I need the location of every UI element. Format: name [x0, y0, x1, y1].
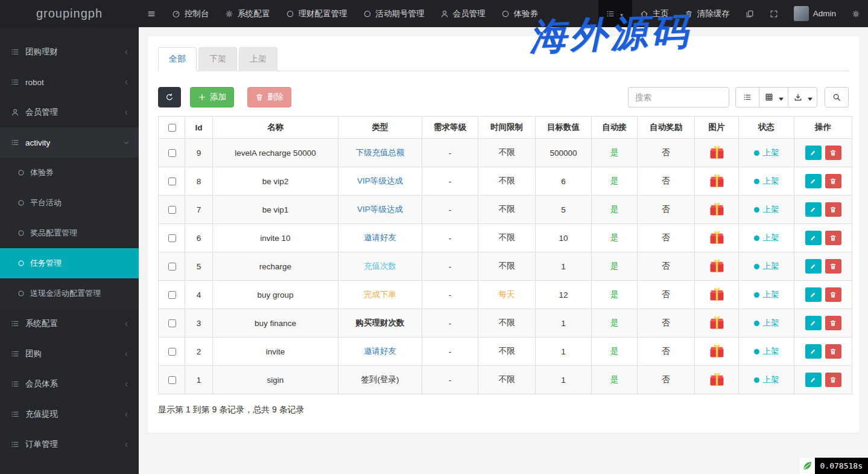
- sidebar-item-1[interactable]: robot: [0, 67, 139, 97]
- auto-accept-toggle[interactable]: 是: [610, 375, 619, 384]
- select-all-checkbox[interactable]: [168, 124, 176, 132]
- sidebar-subitem-3[interactable]: 任务管理: [0, 248, 139, 278]
- column-header[interactable]: 目标数值: [536, 117, 592, 139]
- auto-accept-toggle[interactable]: 是: [610, 318, 619, 327]
- row-checkbox[interactable]: [168, 149, 176, 157]
- row-checkbox[interactable]: [168, 234, 176, 242]
- auto-reward-toggle[interactable]: 否: [662, 290, 670, 299]
- delete-row-button[interactable]: [825, 316, 841, 330]
- tab-offline[interactable]: 下架: [198, 47, 237, 71]
- sidebar-subitem-4[interactable]: 送现金活动配置管理: [0, 278, 139, 309]
- sidebar-item-7[interactable]: 充值提现: [0, 399, 139, 429]
- auto-reward-toggle[interactable]: 否: [662, 347, 670, 356]
- row-checkbox[interactable]: [168, 291, 176, 299]
- auto-reward-toggle[interactable]: 否: [662, 375, 670, 384]
- delete-row-button[interactable]: [825, 344, 841, 359]
- nav-fullscreen-button[interactable]: [762, 0, 786, 27]
- auto-reward-toggle[interactable]: 否: [662, 148, 670, 157]
- topnav-item-3[interactable]: 活动期号管理: [355, 0, 432, 27]
- topnav-item-5[interactable]: 体验券: [493, 0, 546, 27]
- column-header[interactable]: 操作: [794, 117, 852, 139]
- type-link[interactable]: 下级充值总额: [356, 148, 405, 157]
- delete-row-button[interactable]: [825, 202, 841, 217]
- column-header[interactable]: 需求等级: [422, 117, 478, 139]
- delete-row-button[interactable]: [825, 259, 841, 274]
- nav-settings-button[interactable]: [844, 0, 868, 27]
- nav-user-menu[interactable]: Admin: [786, 0, 844, 27]
- type-link[interactable]: VIP等级达成: [357, 176, 403, 185]
- tab-all[interactable]: 全部: [158, 47, 197, 71]
- delete-button[interactable]: 删除: [247, 87, 291, 107]
- nav-menu-toggle[interactable]: [598, 0, 632, 27]
- auto-reward-toggle[interactable]: 否: [662, 176, 670, 185]
- columns-button[interactable]: [759, 87, 788, 107]
- edit-row-button[interactable]: [805, 373, 822, 387]
- type-link[interactable]: 购买理财次数: [356, 318, 405, 327]
- nav-copy-button[interactable]: [738, 0, 762, 27]
- sidebar-subitem-0[interactable]: 体验券: [0, 158, 139, 188]
- delete-row-button[interactable]: [825, 174, 841, 188]
- sidebar-toggle[interactable]: [139, 0, 164, 27]
- auto-reward-toggle[interactable]: 否: [662, 318, 670, 327]
- topnav-item-4[interactable]: 会员管理: [432, 0, 493, 27]
- auto-accept-toggle[interactable]: 是: [610, 233, 619, 242]
- topnav-item-0[interactable]: 控制台: [164, 0, 217, 27]
- row-checkbox[interactable]: [168, 376, 176, 384]
- tab-online[interactable]: 上架: [239, 47, 277, 71]
- sidebar-subitem-1[interactable]: 平台活动: [0, 188, 139, 218]
- delete-row-button[interactable]: [825, 146, 841, 160]
- export-button[interactable]: [788, 87, 817, 107]
- delete-row-button[interactable]: [825, 373, 841, 387]
- delete-row-button[interactable]: [825, 287, 841, 302]
- nav-clear-cache-button[interactable]: 清除缓存: [677, 0, 738, 27]
- edit-row-button[interactable]: [805, 344, 822, 359]
- auto-accept-toggle[interactable]: 是: [610, 205, 619, 214]
- column-header[interactable]: 自动奖励: [638, 117, 695, 139]
- delete-row-button[interactable]: [825, 231, 841, 245]
- edit-row-button[interactable]: [805, 174, 822, 188]
- add-button[interactable]: 添加: [190, 87, 234, 107]
- type-link[interactable]: 签到(登录): [361, 375, 399, 384]
- row-checkbox[interactable]: [168, 348, 176, 356]
- nav-home-button[interactable]: 主页: [632, 0, 677, 27]
- table-search-button[interactable]: [825, 87, 849, 107]
- column-header[interactable]: 自动接: [592, 117, 638, 139]
- edit-row-button[interactable]: [805, 316, 822, 330]
- auto-accept-toggle[interactable]: 是: [610, 261, 619, 271]
- edit-row-button[interactable]: [805, 231, 822, 245]
- edit-row-button[interactable]: [805, 287, 822, 302]
- auto-reward-toggle[interactable]: 否: [662, 261, 670, 271]
- auto-accept-toggle[interactable]: 是: [610, 176, 619, 185]
- row-checkbox[interactable]: [168, 178, 176, 185]
- topnav-item-1[interactable]: 系统配置: [217, 0, 278, 27]
- column-header[interactable]: 时间限制: [478, 117, 536, 139]
- sidebar-item-6[interactable]: 会员体系: [0, 369, 139, 399]
- row-checkbox[interactable]: [168, 263, 176, 271]
- sidebar-item-5[interactable]: 团购: [0, 339, 139, 369]
- sidebar-item-2[interactable]: 会员管理: [0, 97, 139, 127]
- auto-accept-toggle[interactable]: 是: [610, 347, 619, 356]
- auto-accept-toggle[interactable]: 是: [610, 290, 619, 299]
- search-input[interactable]: [628, 87, 729, 107]
- refresh-button[interactable]: [158, 87, 181, 107]
- auto-reward-toggle[interactable]: 否: [662, 233, 670, 242]
- column-header[interactable]: 名称: [213, 117, 338, 139]
- row-checkbox[interactable]: [168, 206, 176, 214]
- type-link[interactable]: 邀请好友: [364, 233, 396, 242]
- column-header[interactable]: 图片: [695, 117, 739, 139]
- edit-row-button[interactable]: [805, 146, 822, 160]
- sidebar-item-8[interactable]: 订单管理: [0, 429, 139, 460]
- sidebar-item-4[interactable]: 系统配置: [0, 309, 139, 339]
- column-header[interactable]: 状态: [739, 117, 794, 139]
- topnav-item-2[interactable]: 理财配置管理: [278, 0, 355, 27]
- sidebar-item-0[interactable]: 团购理财: [0, 37, 139, 67]
- type-link[interactable]: 完成下单: [364, 290, 396, 299]
- toggle-view-button[interactable]: [735, 87, 759, 107]
- type-link[interactable]: 充值次数: [364, 261, 396, 271]
- column-header[interactable]: 类型: [338, 117, 422, 139]
- auto-accept-toggle[interactable]: 是: [610, 148, 619, 157]
- auto-reward-toggle[interactable]: 否: [662, 205, 670, 214]
- sidebar-subitem-2[interactable]: 奖品配置管理: [0, 218, 139, 248]
- column-header[interactable]: Id: [185, 117, 213, 139]
- type-link[interactable]: 邀请好友: [364, 347, 396, 356]
